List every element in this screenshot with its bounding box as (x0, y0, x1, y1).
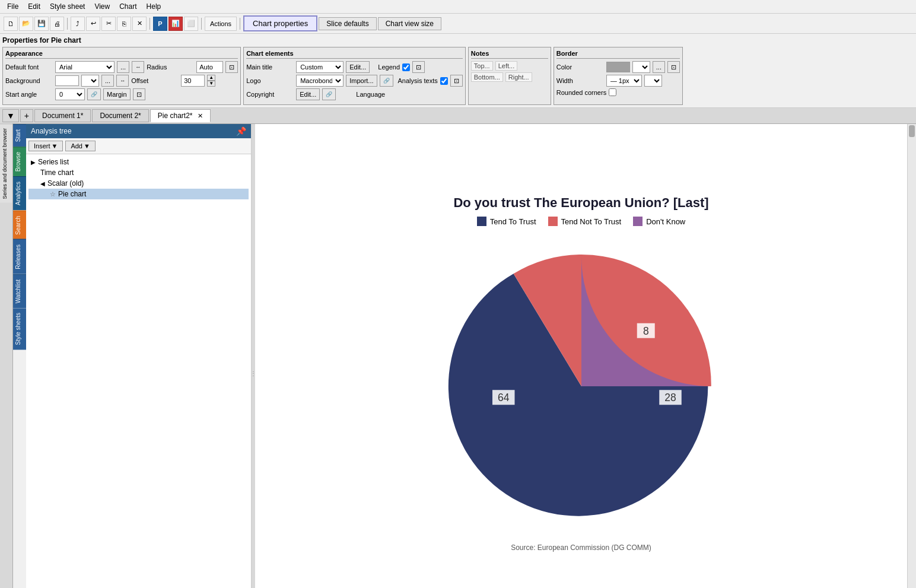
sidebar-tab-stylesheets[interactable]: Style sheets (13, 308, 26, 349)
toolbar-open[interactable]: 📂 (19, 17, 33, 31)
border-expand[interactable]: ⊡ (667, 61, 680, 73)
legend-tend-trust-label: Tend To Trust (490, 217, 536, 226)
chart-view-size-tab[interactable]: Chart view size (378, 17, 441, 30)
logo-import[interactable]: Import... (346, 75, 377, 87)
offset-input[interactable] (181, 75, 205, 87)
toolbar-new[interactable]: 🗋 (4, 17, 18, 31)
offset-unlink[interactable]: ↔ (116, 75, 129, 87)
background-browse[interactable]: ... (101, 75, 114, 87)
border-width-select[interactable]: — 1px — 2px (606, 75, 642, 87)
margin-btn[interactable]: Margin (103, 88, 131, 100)
sidebar-series-browser[interactable]: Series and document browser (0, 124, 12, 203)
toolbar-share[interactable]: ⤴ (71, 17, 85, 31)
toolbar-delete[interactable]: ✕ (132, 17, 147, 31)
background-select[interactable] (81, 75, 99, 87)
menu-help[interactable]: Help (142, 1, 166, 12)
toolbar-save[interactable]: 💾 (34, 17, 49, 31)
tab-piechart2-close[interactable]: ✕ (198, 112, 203, 120)
notes-top-btn[interactable]: Top... (471, 61, 493, 71)
tab-piechart2[interactable]: Pie chart2* ✕ (150, 109, 211, 122)
toolbar-cut[interactable]: ✂ (101, 17, 116, 31)
tab-add[interactable]: + (20, 109, 33, 122)
sidebar-tab-start[interactable]: Start (13, 124, 26, 147)
default-font-select[interactable]: Arial (55, 61, 114, 73)
series-list-label: Series list (38, 158, 69, 166)
rounded-corners-checkbox[interactable] (609, 88, 616, 96)
toolbar-p[interactable]: P (153, 17, 167, 31)
legend-checkbox[interactable] (402, 63, 410, 71)
legend-expand[interactable]: ⊡ (412, 61, 425, 73)
sep1 (67, 18, 68, 30)
notes-title: Notes (471, 50, 548, 59)
offset-up[interactable]: ▲ (207, 75, 215, 81)
pin-icon[interactable]: 📌 (236, 126, 246, 136)
insert-label: Insert (34, 142, 50, 150)
background-color[interactable] (55, 75, 79, 86)
appearance-title: Appearance (5, 50, 238, 59)
copyright-link[interactable]: 🔗 (322, 88, 336, 100)
legend-tend-not-trust: Tend Not To Trust (548, 217, 622, 226)
notes-right-btn[interactable]: Right... (505, 72, 532, 82)
tab-document2[interactable]: Document 2* (92, 109, 148, 122)
chart-properties-tab[interactable]: Chart properties (243, 15, 317, 31)
tab-collapse[interactable]: ▼ (2, 109, 19, 122)
sidebar-tab-watchlist[interactable]: Watchlist (13, 274, 26, 308)
analysis-texts-label: Analysis texts (398, 77, 438, 84)
slice-defaults-tab[interactable]: Slice defaults (319, 17, 376, 30)
copyright-edit[interactable]: Edit... (296, 88, 320, 100)
sidebar-tab-search[interactable]: Search (13, 211, 26, 240)
border-color-box[interactable] (606, 62, 630, 72)
main-title-edit[interactable]: Edit... (346, 61, 370, 73)
start-angle-link[interactable]: 🔗 (87, 88, 101, 100)
toolbar-copy[interactable]: ⎘ (117, 17, 131, 31)
border-width-row: Width — 1px — 2px (556, 75, 680, 87)
radius-expand[interactable]: ⊡ (225, 61, 238, 73)
notes-left-btn[interactable]: Left... (495, 61, 518, 71)
sidebar-tab-analytics[interactable]: Analytics (13, 176, 26, 210)
insert-btn[interactable]: Insert ▼ (28, 141, 63, 151)
start-angle-select[interactable]: 0 (55, 88, 85, 100)
add-btn[interactable]: Add ▼ (65, 141, 95, 151)
menu-stylesheet[interactable]: Style sheet (45, 1, 90, 12)
tree-pie-chart[interactable]: ☆ Pie chart (28, 189, 249, 199)
tab-document1[interactable]: Document 1* (34, 109, 91, 122)
sidebar-tab-releases[interactable]: Releases (13, 239, 26, 274)
toolbar-extra[interactable]: ⬜ (184, 17, 198, 31)
toolbar-undo[interactable]: ↩ (86, 17, 100, 31)
logo-select[interactable]: Macrobond (296, 75, 344, 87)
tree-time-chart[interactable]: Time chart (28, 167, 249, 178)
menu-edit[interactable]: Edit (23, 1, 45, 12)
toolbar-print[interactable]: 🖨 (50, 17, 64, 31)
actions-button[interactable]: Actions (205, 17, 237, 31)
default-font-browse[interactable]: ... (117, 61, 129, 73)
tree-series-list[interactable]: ▶ Series list (28, 157, 249, 167)
scrollbar-vertical[interactable] (907, 124, 916, 588)
notes-bottom-btn[interactable]: Bottom... (471, 72, 503, 82)
main-title-select[interactable]: Custom (296, 61, 344, 73)
menu-file[interactable]: File (2, 1, 23, 12)
vertical-sidebar: Series and document browser (0, 124, 13, 588)
chart-title: Do you trust The European Union? [Last] (453, 195, 708, 211)
radius-label: Radius (147, 63, 194, 71)
border-width-type[interactable] (644, 75, 662, 87)
radius-unlink[interactable]: ↔ (132, 61, 144, 73)
toolbar-chart[interactable]: 📊 (168, 17, 183, 31)
pie-chart-svg: 64 28 8 (433, 238, 730, 535)
logo-link[interactable]: 🔗 (380, 75, 393, 87)
properties-title: Properties for Pie chart (2, 36, 914, 45)
margin-expand[interactable]: ⊡ (133, 88, 145, 100)
sep4 (240, 18, 240, 30)
tree-scalar-old[interactable]: ◀ Scalar (old) (28, 178, 249, 189)
border-color-select[interactable] (632, 61, 650, 73)
sidebar-tab-browse[interactable]: Browse (13, 147, 26, 176)
analysis-texts-expand[interactable]: ⊡ (450, 75, 463, 87)
border-color-browse[interactable]: ... (653, 61, 665, 73)
menu-chart[interactable]: Chart (114, 1, 141, 12)
notes-section: Notes Top... Left... Bottom... Right... (468, 47, 551, 105)
radius-input[interactable] (196, 61, 223, 73)
time-chart-label: Time chart (40, 169, 74, 177)
menu-view[interactable]: View (90, 1, 114, 12)
offset-down[interactable]: ▼ (207, 81, 215, 87)
analysis-texts-checkbox[interactable] (440, 77, 448, 85)
scrollbar-thumb[interactable] (909, 125, 915, 137)
